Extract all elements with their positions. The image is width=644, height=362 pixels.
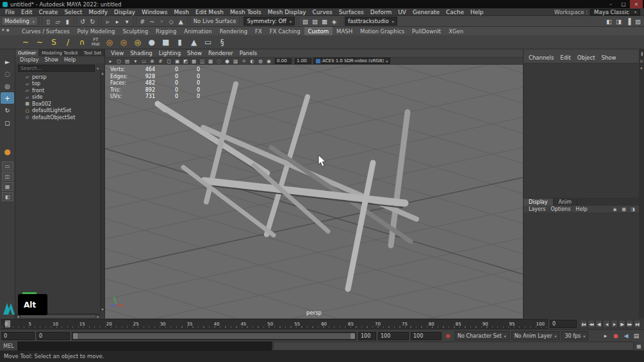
scale-tool[interactable]: ◻ bbox=[1, 117, 14, 128]
menubar-item[interactable]: UV bbox=[395, 9, 409, 15]
shelf-tab[interactable]: Custom bbox=[304, 27, 333, 35]
sound-icon[interactable]: ◀ bbox=[622, 333, 631, 339]
scroll-right-icon[interactable]: ▶ bbox=[97, 315, 99, 318]
lasso-select-tool[interactable]: ◌ bbox=[1, 68, 14, 79]
wireframe-icon[interactable]: ◌ bbox=[215, 58, 223, 64]
exposure-field[interactable] bbox=[275, 58, 292, 64]
two-pane-layout-button[interactable]: ◫ bbox=[2, 172, 13, 181]
channel-box-menu-item[interactable]: Object bbox=[575, 54, 598, 61]
outliner-menu-item[interactable]: Help bbox=[62, 57, 78, 63]
minimize-button[interactable]: – bbox=[604, 0, 617, 8]
torus-icon-3[interactable]: ◎ bbox=[131, 36, 144, 49]
render-settings-icon[interactable]: ▩ bbox=[320, 17, 329, 26]
outliner-vertical-scrollbar[interactable]: ▲ ▼ bbox=[100, 70, 104, 312]
hypershade-icon[interactable]: ◈ bbox=[329, 17, 339, 26]
field-chart-icon[interactable]: ▦ bbox=[190, 58, 198, 64]
attribute-editor-tab-icon[interactable]: ▤ bbox=[640, 59, 643, 63]
outliner-item[interactable]: ▱ top bbox=[15, 81, 104, 88]
shelf-tab[interactable]: Rendering bbox=[216, 27, 251, 35]
channel-box-menu-item[interactable]: Channels bbox=[526, 54, 556, 61]
menubar-item[interactable]: Edit bbox=[18, 9, 35, 15]
filter-icon[interactable]: ▾ bbox=[97, 66, 99, 70]
helix-icon[interactable]: § bbox=[216, 36, 229, 49]
paint-select-tool[interactable]: ◎ bbox=[1, 80, 14, 92]
arc-icon[interactable]: ∩ bbox=[76, 36, 88, 49]
shelf-tab[interactable]: FX bbox=[251, 27, 266, 35]
viewport-menu-item[interactable]: Show bbox=[184, 50, 205, 56]
cone-icon[interactable]: ▲ bbox=[188, 36, 201, 49]
play-backwards-button[interactable]: ◀ bbox=[603, 320, 610, 328]
workspace-dropdown[interactable]: Maya Classic ▾ bbox=[590, 9, 640, 15]
range-slider[interactable] bbox=[72, 332, 356, 340]
new-scene-icon[interactable]: ▯ bbox=[44, 17, 53, 26]
time-slider[interactable]: 0510152025303540455055606570758085909510… bbox=[1, 319, 548, 329]
menubar-item[interactable]: Deform bbox=[367, 9, 395, 15]
safe-title-icon[interactable]: ▩ bbox=[206, 58, 215, 64]
channel-box-toggle-icon[interactable]: ▥ bbox=[633, 17, 643, 26]
menubar-item[interactable]: Surfaces bbox=[336, 9, 367, 15]
bezier-curve-icon[interactable]: S bbox=[47, 36, 60, 49]
shelf-tab[interactable]: Sculpting bbox=[119, 27, 152, 35]
custom-shelf-button[interactable]: FT Hist bbox=[90, 36, 102, 49]
scroll-thumb[interactable] bbox=[21, 315, 95, 318]
stick-lattice-mesh[interactable] bbox=[158, 84, 417, 289]
animation-start-field[interactable] bbox=[1, 332, 35, 340]
xray-icon[interactable]: ◍ bbox=[256, 58, 265, 64]
gamma-input[interactable] bbox=[295, 58, 311, 64]
command-line-input[interactable] bbox=[18, 341, 272, 350]
menubar-item[interactable]: Display bbox=[111, 9, 138, 15]
go-to-start-button[interactable]: ▮◀ bbox=[580, 320, 587, 328]
shelf-tab[interactable]: Motion Graphics bbox=[356, 27, 408, 35]
pencil-curve-icon[interactable]: / bbox=[62, 36, 74, 49]
snap-to-point-icon[interactable]: ◦ bbox=[157, 17, 167, 26]
single-pane-layout-button[interactable]: ▭ bbox=[2, 161, 13, 170]
colorspace-dropdown[interactable]: ACES 1.0 SDR-video (sRGB) ▾ bbox=[313, 58, 390, 64]
open-scene-icon[interactable]: ▱ bbox=[53, 17, 63, 26]
camera-attributes-icon[interactable]: ▤ bbox=[123, 58, 131, 64]
lock-camera-icon[interactable]: ○ bbox=[115, 58, 123, 64]
shelf-tab[interactable]: XGen bbox=[445, 27, 467, 35]
step-back-frame-button[interactable]: ◀◀ bbox=[588, 320, 595, 328]
torus-icon[interactable]: ◎ bbox=[103, 36, 116, 49]
viewport-menu-item[interactable]: Panels bbox=[236, 50, 260, 56]
select-camera-icon[interactable]: ▸ bbox=[106, 58, 115, 64]
fps-dropdown[interactable]: 30 fps ▾ bbox=[561, 331, 588, 340]
save-scene-icon[interactable]: ▮ bbox=[63, 17, 72, 26]
symmetry-dropdown[interactable]: Symmetry: Off ▾ bbox=[244, 17, 295, 26]
shelf-tab[interactable]: Rigging bbox=[152, 27, 180, 35]
select-tool[interactable]: ► bbox=[1, 56, 14, 67]
ep-curve-icon[interactable]: ~ bbox=[33, 36, 46, 49]
menubar-item[interactable]: Edit Mesh bbox=[192, 9, 227, 15]
menubar-item[interactable]: File bbox=[2, 9, 18, 15]
range-handle-right[interactable] bbox=[351, 333, 355, 339]
scroll-down-icon[interactable]: ▼ bbox=[101, 308, 104, 311]
step-back-key-button[interactable]: ◀▮ bbox=[595, 320, 602, 328]
shelf-gear-icon[interactable]: ◈ bbox=[6, 28, 10, 33]
playback-start-field[interactable] bbox=[37, 332, 70, 340]
layer-menu-item[interactable]: Options bbox=[548, 206, 573, 212]
gate-mask-icon[interactable]: ◩ bbox=[181, 58, 190, 64]
scene-3d-view[interactable] bbox=[105, 65, 523, 318]
script-editor-icon[interactable]: ▦ bbox=[634, 341, 644, 350]
menu-set-dropdown[interactable]: Modeling ▾ bbox=[1, 17, 38, 26]
search-input[interactable] bbox=[18, 65, 95, 72]
ipr-render-icon[interactable]: ▨ bbox=[310, 17, 320, 26]
animation-preferences-icon[interactable]: ▤ bbox=[632, 333, 641, 339]
outliner-item[interactable]: ▱ side bbox=[15, 94, 104, 101]
isolate-select-icon[interactable]: ◉ bbox=[265, 58, 273, 64]
shaded-icon[interactable]: ● bbox=[223, 58, 231, 64]
2d-pan-zoom-icon[interactable]: ⊕ bbox=[148, 58, 156, 64]
shelf-menu-icon[interactable]: ▾ bbox=[2, 28, 4, 33]
layer-visibility-icon[interactable]: ◉ bbox=[611, 207, 618, 212]
anim-layer-dropdown[interactable]: No Anim Layer ▾ bbox=[511, 331, 560, 340]
redo-icon[interactable]: ↻ bbox=[88, 17, 97, 26]
lighting-icon[interactable]: ☼ bbox=[240, 58, 248, 64]
menubar-item[interactable]: Modify bbox=[85, 9, 111, 15]
outliner-item[interactable]: ◇ defaultObjectSet bbox=[15, 114, 104, 121]
layer-menu-item[interactable]: Help bbox=[573, 206, 590, 212]
menubar-item[interactable]: Curves bbox=[310, 9, 336, 15]
outliner-pane-layout-button[interactable]: ◧ bbox=[2, 192, 13, 201]
viewport-canvas[interactable]: Verts: 464 0 0 Edges: 928 0 0 bbox=[105, 65, 523, 318]
cube-icon[interactable]: ■ bbox=[160, 36, 172, 49]
cylinder-icon[interactable]: ▮ bbox=[174, 36, 186, 49]
